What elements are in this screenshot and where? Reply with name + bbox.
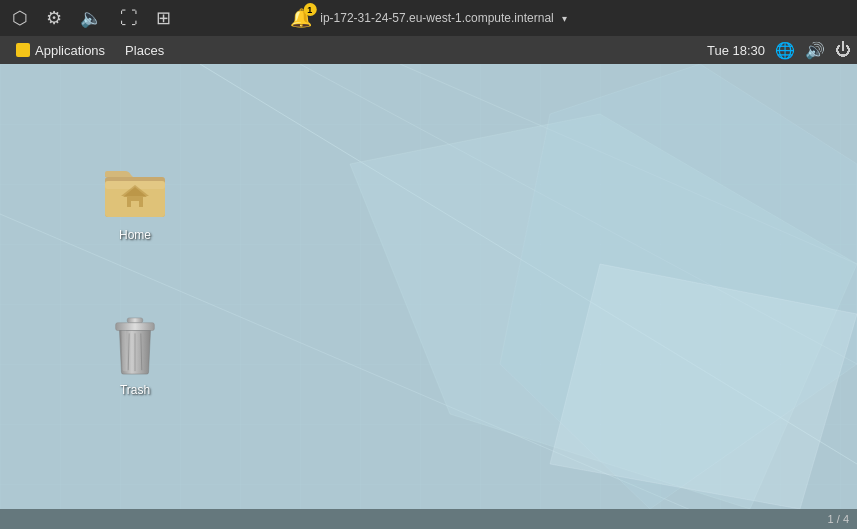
desktop-background — [0, 64, 857, 509]
taskbar: Applications Places Tue 18:30 🌐 🔊 ⏻ — [0, 36, 857, 64]
hostname-dropdown-icon[interactable]: ▾ — [562, 13, 567, 24]
fullscreen-icon[interactable]: ⛶ — [120, 8, 138, 29]
home-folder-image — [103, 159, 167, 223]
svg-rect-14 — [127, 318, 142, 323]
multiscreen-icon[interactable]: ⊞ — [156, 7, 171, 29]
places-label: Places — [125, 43, 164, 58]
taskbar-clock: Tue 18:30 — [707, 43, 765, 58]
page-indicator: 1 / 4 — [828, 513, 849, 525]
applications-label: Applications — [35, 43, 105, 58]
toolbar-center: 🔔 1 ip-172-31-24-57.eu-west-1.compute.in… — [290, 7, 566, 29]
home-folder-icon[interactable]: Home — [95, 159, 175, 243]
power-icon[interactable]: ⏻ — [835, 41, 851, 59]
svg-rect-15 — [116, 323, 155, 331]
home-folder-label: Home — [115, 227, 155, 243]
taskbar-right: Tue 18:30 🌐 🔊 ⏻ — [707, 41, 851, 60]
restore-icon[interactable]: ⬡ — [12, 7, 28, 29]
notification-bell[interactable]: 🔔 1 — [290, 7, 312, 29]
audio-icon[interactable]: 🔈 — [80, 7, 102, 29]
trash-image — [103, 314, 167, 378]
desktop: Home — [0, 64, 857, 509]
notification-badge: 1 — [303, 3, 316, 16]
volume-icon[interactable]: 🔊 — [805, 41, 825, 60]
top-toolbar: ⬡ ⚙ 🔈 ⛶ ⊞ 🔔 1 ip-172-31-24-57.eu-west-1.… — [0, 0, 857, 36]
places-menu[interactable]: Places — [115, 40, 174, 61]
trash-icon[interactable]: Trash — [95, 314, 175, 398]
applications-icon — [16, 43, 30, 57]
toolbar-left: ⬡ ⚙ 🔈 ⛶ ⊞ — [12, 7, 171, 29]
status-bar: 1 / 4 — [0, 509, 857, 529]
settings-icon[interactable]: ⚙ — [46, 7, 62, 29]
network-icon[interactable]: 🌐 — [775, 41, 795, 60]
trash-label: Trash — [116, 382, 154, 398]
taskbar-left: Applications Places — [6, 40, 174, 61]
applications-menu[interactable]: Applications — [6, 40, 115, 61]
hostname-text: ip-172-31-24-57.eu-west-1.compute.intern… — [320, 11, 553, 25]
